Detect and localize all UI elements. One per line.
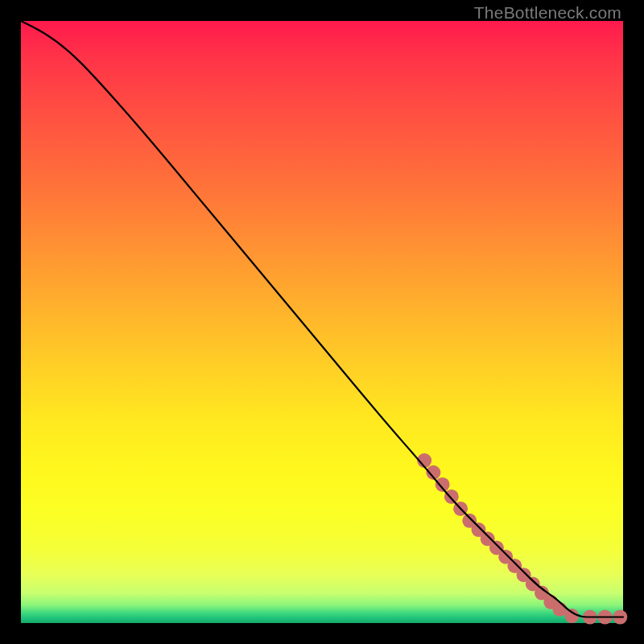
chart-svg xyxy=(21,21,623,623)
marker-dot xyxy=(436,477,450,492)
chart-stage: TheBottleneck.com xyxy=(0,0,644,644)
watermark-text: TheBottleneck.com xyxy=(474,3,621,23)
bottleneck-curve xyxy=(21,21,623,617)
plot-area xyxy=(21,21,623,623)
markers-group xyxy=(417,453,627,624)
